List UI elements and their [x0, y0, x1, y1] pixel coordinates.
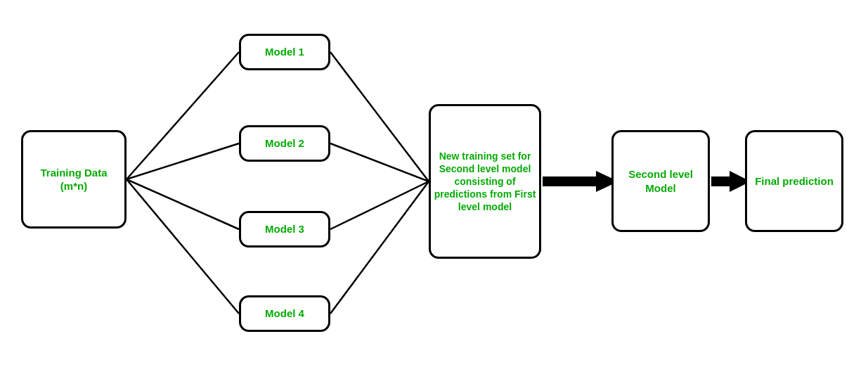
svg-line-3 — [127, 179, 239, 314]
model3-label: Model 3 — [265, 222, 304, 236]
svg-line-4 — [330, 52, 429, 181]
second-level-label: Second level Model — [614, 167, 708, 195]
training-data-box: Training Data (m*n) — [21, 130, 127, 229]
svg-line-1 — [127, 143, 239, 179]
final-prediction-label: Final prediction — [755, 174, 834, 188]
model1-box: Model 1 — [239, 34, 330, 70]
svg-line-5 — [330, 143, 429, 181]
model2-box: Model 2 — [239, 125, 330, 162]
second-level-box: Second level Model — [611, 130, 710, 232]
svg-line-6 — [330, 181, 429, 229]
model4-box: Model 4 — [239, 295, 330, 332]
model3-box: Model 3 — [239, 211, 330, 248]
new-training-label: New training set for Second level model … — [431, 150, 539, 214]
model4-label: Model 4 — [265, 307, 304, 321]
diagram-container: Training Data (m*n) Model 1 Model 2 Mode… — [0, 0, 868, 379]
training-data-label: Training Data (m*n) — [40, 166, 107, 193]
model2-label: Model 2 — [265, 136, 304, 150]
svg-line-7 — [330, 181, 429, 314]
final-prediction-box: Final prediction — [745, 130, 843, 232]
svg-line-0 — [127, 52, 239, 179]
model1-label: Model 1 — [265, 45, 304, 59]
new-training-box: New training set for Second level model … — [429, 104, 541, 259]
svg-line-2 — [127, 179, 239, 229]
